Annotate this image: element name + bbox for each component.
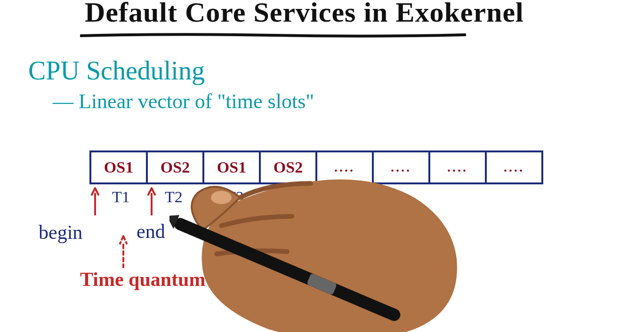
label-time-quantum: Time quantum (80, 268, 205, 291)
bullet-linear-vector: — Linear vector of "time slots" (53, 89, 314, 113)
time-label-t3: T3 (226, 188, 244, 206)
arrow-begin-icon (90, 187, 100, 215)
slot-8: .... (485, 150, 543, 184)
time-labels-row: T1 T2 T3 T4 (89, 188, 541, 207)
label-end: end (137, 220, 165, 243)
time-slot-vector: OS1 OS2 OS1 OS2 .... .... .... .... (89, 150, 543, 184)
slot-1: OS1 (89, 150, 146, 184)
svg-rect-0 (172, 216, 402, 323)
time-label-t2: T2 (165, 188, 183, 206)
slot-7: .... (428, 150, 485, 184)
slot-3: OS1 (202, 150, 259, 184)
slot-4: OS2 (259, 150, 315, 184)
title-underline (80, 31, 466, 36)
slot-6: .... (372, 150, 428, 184)
svg-marker-2 (169, 211, 179, 229)
page-title: Default Core Services in Exokernel (85, 0, 524, 29)
svg-rect-1 (306, 273, 337, 295)
arrow-end-icon (147, 187, 156, 215)
slot-5: .... (315, 150, 372, 184)
time-label-t1: T1 (112, 188, 130, 206)
slot-2: OS2 (146, 150, 202, 184)
arrow-time-quantum-icon (119, 235, 128, 268)
subheading-cpu-scheduling: CPU Scheduling (28, 55, 205, 86)
label-begin: begin (39, 221, 82, 244)
time-label-t4: T4 (282, 188, 300, 206)
